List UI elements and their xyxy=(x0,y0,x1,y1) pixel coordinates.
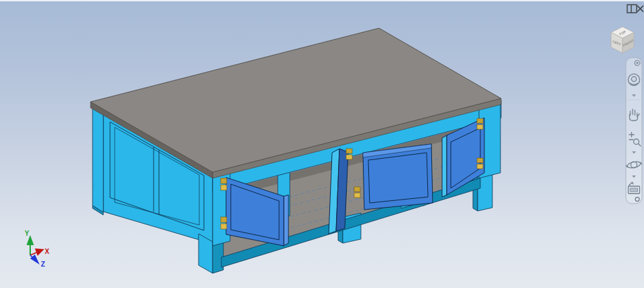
navigation-toolbar[interactable] xyxy=(626,58,642,204)
leg-rear-left xyxy=(93,107,103,212)
workbench-model[interactable] xyxy=(91,28,501,273)
window-controls[interactable] xyxy=(627,5,643,13)
door-a-edge xyxy=(284,195,288,246)
door-middle-right[interactable] xyxy=(363,144,433,210)
door-d-edge xyxy=(442,135,447,197)
z-axis-label: Z xyxy=(41,261,45,268)
x-axis-arrow xyxy=(35,248,44,256)
orientation-triad: Y X Z xyxy=(25,230,50,268)
close-window-button[interactable] xyxy=(637,6,643,12)
cad-viewport[interactable]: TOP LEFT FRONT xyxy=(0,0,644,288)
viewcube[interactable]: TOP LEFT FRONT xyxy=(611,27,635,53)
door-middle-left[interactable] xyxy=(329,149,348,234)
split-view-button[interactable] xyxy=(627,5,637,13)
y-axis-label: Y xyxy=(25,230,30,237)
x-axis-label: X xyxy=(45,248,50,255)
